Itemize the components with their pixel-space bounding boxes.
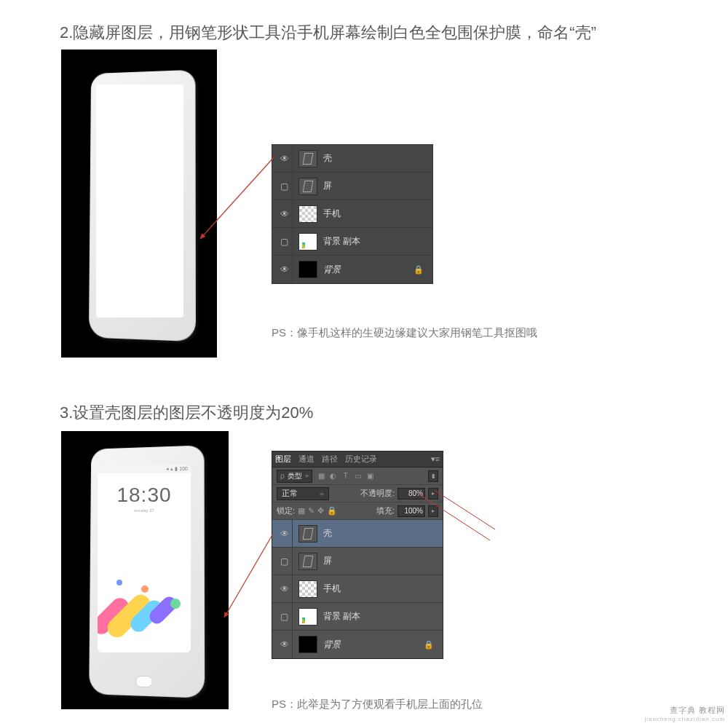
layer-row[interactable]: ▢ 屏 bbox=[272, 173, 432, 200]
visibility-eye-icon[interactable]: 👁 bbox=[277, 200, 293, 227]
layer-thumb-black bbox=[298, 261, 317, 278]
tab-history[interactable]: 历史记录 bbox=[345, 454, 377, 465]
blend-mode-select[interactable]: 正常 ÷ bbox=[277, 487, 329, 500]
filter-pixel-icon[interactable]: ▦ bbox=[316, 472, 326, 480]
tab-channels[interactable]: 通道 bbox=[298, 454, 314, 465]
layer-row[interactable]: 👁 壳 bbox=[272, 520, 443, 548]
lock-all-icon[interactable]: 🔒 bbox=[327, 506, 337, 516]
visibility-eye-icon[interactable]: 👁 bbox=[277, 256, 293, 283]
filter-shape-icon[interactable]: ▭ bbox=[353, 472, 363, 480]
layer-name: 壳 bbox=[323, 527, 332, 540]
filter-icons[interactable]: ▦ ◐ T ▭ ▣ bbox=[316, 472, 375, 480]
ps-note-step3: PS：此举是为了方便观看手机层上面的孔位 bbox=[272, 698, 483, 711]
phone-status-bar: ◂ ▴ ▮ 100 bbox=[98, 465, 191, 473]
layer-thumb-shape bbox=[298, 150, 317, 167]
layer-name: 背景 副本 bbox=[323, 235, 360, 248]
lock-label: 锁定: bbox=[277, 505, 295, 516]
layer-thumb-checker bbox=[298, 205, 317, 223]
layer-thumb-black bbox=[298, 636, 317, 653]
layer-thumb-shape bbox=[298, 178, 317, 195]
svg-line-1 bbox=[224, 534, 273, 618]
lock-position-icon[interactable]: ✥ bbox=[317, 506, 324, 516]
layer-row[interactable]: 👁 壳 bbox=[272, 145, 432, 173]
layer-thumb-white bbox=[298, 233, 317, 250]
layer-row[interactable]: 👁 手机 bbox=[272, 200, 432, 228]
home-button bbox=[135, 676, 153, 687]
layers-panel-step2: 👁 壳 ▢ 屏 👁 手机 ▢ 背景 副本 👁 背景 🔒 bbox=[272, 144, 433, 284]
phone-mockup-2: ◂ ▴ ▮ 100 18:30 sunday 27 bbox=[61, 431, 229, 709]
layer-row[interactable]: 👁 背景 🔒 bbox=[272, 631, 443, 658]
visibility-off-icon[interactable]: ▢ bbox=[277, 228, 293, 255]
filter-type-icon[interactable]: T bbox=[341, 472, 351, 480]
kind-select[interactable]: ρ 类型 ÷ bbox=[277, 470, 312, 483]
opacity-value[interactable]: 80% bbox=[397, 488, 425, 500]
lock-icon: 🔒 bbox=[414, 265, 424, 275]
phone-clock-sub: sunday 27 bbox=[98, 508, 191, 513]
layer-row[interactable]: 👁 手机 bbox=[272, 575, 443, 603]
fill-label: 填充: bbox=[376, 505, 395, 516]
layer-name: 背景 副本 bbox=[323, 610, 360, 623]
filter-smart-icon[interactable]: ▣ bbox=[365, 472, 375, 480]
layer-row[interactable]: ▢ 背景 副本 bbox=[272, 228, 432, 256]
layer-name: 屏 bbox=[323, 555, 332, 567]
visibility-eye-icon[interactable]: 👁 bbox=[277, 575, 293, 602]
layer-thumb-checker bbox=[298, 580, 317, 598]
layer-name: 背景 bbox=[323, 639, 341, 651]
layer-name: 背景 bbox=[323, 264, 341, 276]
panel-menu-icon[interactable]: ▾≡ bbox=[431, 454, 440, 464]
opacity-label: 不透明度: bbox=[360, 488, 395, 499]
layer-row[interactable]: ▢ 背景 副本 bbox=[272, 603, 443, 631]
layer-thumb-shape bbox=[298, 525, 317, 542]
svg-line-3 bbox=[435, 491, 495, 529]
step-2-heading: 2.隐藏屏图层，用钢笔形状工具沿手机屏幕绘制白色全包围保护膜，命名“壳” bbox=[60, 22, 657, 44]
visibility-eye-icon[interactable]: 👁 bbox=[277, 631, 293, 658]
layer-row[interactable]: ▢ 屏 bbox=[272, 548, 443, 575]
lock-icon: 🔒 bbox=[424, 640, 434, 650]
visibility-eye-icon[interactable]: 👁 bbox=[277, 145, 293, 172]
panel-lock-row: 锁定: ▦ ✎ ✥ 🔒 填充: 100% ▸ bbox=[272, 502, 443, 520]
tab-paths[interactable]: 路径 bbox=[322, 454, 338, 465]
lock-brush-icon[interactable]: ✎ bbox=[308, 506, 314, 516]
visibility-off-icon[interactable]: ▢ bbox=[277, 603, 293, 630]
wallpaper-blobs bbox=[98, 565, 191, 631]
watermark: 查字典 教程网 jiaocheng.chazidian.com bbox=[644, 705, 725, 723]
tab-layers[interactable]: 图层 bbox=[275, 454, 291, 465]
lock-transparency-icon[interactable]: ▦ bbox=[298, 506, 305, 516]
fill-value[interactable]: 100% bbox=[397, 505, 425, 517]
phone-clock: 18:30 bbox=[98, 484, 191, 507]
visibility-eye-icon[interactable]: 👁 bbox=[277, 520, 293, 547]
ps-note-step2: PS：像手机这样的生硬边缘建议大家用钢笔工具抠图哦 bbox=[272, 326, 537, 340]
layer-name: 屏 bbox=[323, 180, 332, 192]
filter-toggle[interactable]: ▮ bbox=[428, 470, 438, 482]
opacity-scrub-icon[interactable]: ▸ bbox=[428, 488, 438, 500]
phone-mockup-1 bbox=[61, 50, 217, 358]
layer-name: 手机 bbox=[323, 208, 341, 220]
step-3-heading: 3.设置壳图层的图层不透明度为20% bbox=[60, 402, 313, 424]
visibility-off-icon[interactable]: ▢ bbox=[277, 548, 293, 575]
layer-name: 壳 bbox=[323, 152, 332, 165]
visibility-off-icon[interactable]: ▢ bbox=[277, 173, 293, 200]
panel-tabs: 图层 通道 路径 历史记录 ▾≡ bbox=[272, 451, 443, 467]
fill-scrub-icon[interactable]: ▸ bbox=[428, 505, 438, 517]
layer-name: 手机 bbox=[323, 583, 341, 595]
layer-row[interactable]: 👁 背景 🔒 bbox=[272, 256, 432, 283]
layers-panel-step3: 图层 通道 路径 历史记录 ▾≡ ρ 类型 ÷ ▦ ◐ T ▭ ▣ ▮ 正常 ÷… bbox=[272, 451, 443, 659]
layer-thumb-white bbox=[298, 608, 317, 626]
panel-filter-row: ρ 类型 ÷ ▦ ◐ T ▭ ▣ ▮ bbox=[272, 467, 443, 485]
layer-thumb-shape bbox=[298, 553, 317, 570]
filter-adjust-icon[interactable]: ◐ bbox=[328, 472, 339, 480]
panel-blend-row: 正常 ÷ 不透明度: 80% ▸ bbox=[272, 485, 443, 502]
